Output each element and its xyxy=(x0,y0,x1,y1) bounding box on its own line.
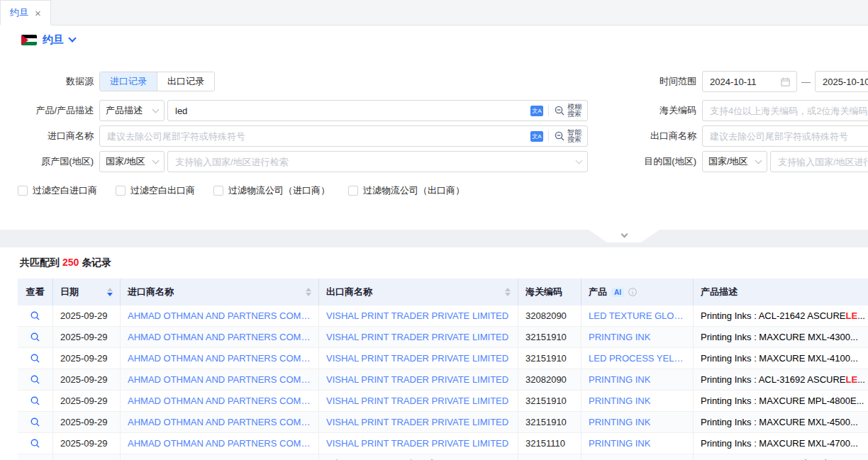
row-description: Printing Inks : MAXCURE MXL-4700... xyxy=(694,433,868,454)
product-search-field[interactable]: 文A 模糊搜索 xyxy=(167,100,588,121)
sort-icon[interactable] xyxy=(499,288,511,296)
origin-country-select[interactable]: 国家/地区 xyxy=(99,151,165,172)
collapse-form-button[interactable] xyxy=(589,230,660,242)
chevron-down-icon[interactable] xyxy=(68,34,76,42)
origin-country-field[interactable] xyxy=(167,151,588,172)
row-hs-code: 32151910 xyxy=(518,391,582,411)
view-record-button[interactable] xyxy=(30,332,40,342)
exporter-link[interactable]: VISHAL PRINT TRADER PRIVATE LIMITED xyxy=(326,396,508,406)
view-record-button[interactable] xyxy=(30,353,40,364)
col-product: 产品 AI xyxy=(582,279,694,305)
importer-link[interactable]: AHMAD OTHMAN AND PARTNERS COMPA... xyxy=(128,353,311,364)
destination-country-select[interactable]: 国家/地区 xyxy=(702,151,767,172)
importer-link[interactable]: AHMAD OTHMAN AND PARTNERS COMPA... xyxy=(128,396,311,406)
importer-link[interactable]: AHMAD OTHMAN AND PARTNERS COMPA... xyxy=(128,332,311,342)
tab-jordan[interactable]: 约旦 × xyxy=(0,0,51,26)
col-view: 查看 xyxy=(18,279,53,305)
hs-code-input[interactable] xyxy=(703,101,868,120)
product-link[interactable]: PRINTING INK xyxy=(589,438,650,449)
product-link[interactable]: PRINTING INK xyxy=(589,417,650,427)
tab-bar: 约旦 × xyxy=(0,0,868,26)
row-description: Printing Inks : MAXCURE MPL-4800E... xyxy=(694,391,868,411)
hs-code-field[interactable] xyxy=(702,100,868,121)
row-date: 2025-09-29 xyxy=(53,369,121,390)
date-start-field[interactable] xyxy=(702,71,797,92)
table-row: 2025-09-29 AHMAD OTHMAN AND PARTNERS COM… xyxy=(18,433,868,454)
checkbox-icon[interactable] xyxy=(213,186,223,196)
info-icon[interactable] xyxy=(628,287,638,297)
product-field-select[interactable]: 产品描述 xyxy=(99,100,165,121)
ai-badge: AI xyxy=(611,288,624,297)
destination-country-input[interactable] xyxy=(771,152,868,172)
destination-country-field[interactable] xyxy=(770,151,868,172)
row-hs-code: 32082090 xyxy=(518,305,582,326)
table-row: 2025-09-29 AHMAD OTHMAN AND PARTNERS COM… xyxy=(18,369,868,391)
table-row: 2025-09-29 AHMAD OTHMAN AND PARTNERS COM… xyxy=(18,391,868,412)
importer-input[interactable] xyxy=(100,126,530,146)
exporter-link[interactable]: VISHAL PRINT TRADER PRIVATE LIMITED xyxy=(326,332,508,342)
importer-link[interactable]: AHMAD OTHMAN AND PARTNERS COMPA... xyxy=(128,374,311,385)
date-end-field[interactable] xyxy=(815,71,868,92)
translate-icon[interactable]: 文A xyxy=(530,131,543,142)
importer-link[interactable]: AHMAD OTHMAN AND PARTNERS COMPA... xyxy=(128,438,311,449)
view-record-button[interactable] xyxy=(30,438,40,449)
date-separator: — xyxy=(801,77,811,87)
view-record-button[interactable] xyxy=(30,374,40,385)
export-records-button[interactable]: 出口记录 xyxy=(157,72,214,91)
product-search-input[interactable] xyxy=(168,101,530,120)
smart-search-button[interactable]: 智能搜索 xyxy=(554,129,582,143)
view-record-button[interactable] xyxy=(30,417,40,427)
product-link[interactable]: PRINTING INK xyxy=(589,396,650,406)
divider xyxy=(548,105,549,116)
row-hs-code: 32151910 xyxy=(518,327,582,347)
sort-icon[interactable] xyxy=(101,288,113,296)
importer-label: 进口商名称 xyxy=(0,130,99,142)
product-link[interactable]: PRINTING INK xyxy=(589,374,650,385)
sort-icon[interactable] xyxy=(300,288,311,296)
product-link[interactable]: LED TEXTURE GLOSS ... xyxy=(589,310,686,321)
hs-code-label: 海关编码 xyxy=(641,104,702,117)
chevron-down-icon xyxy=(621,231,628,238)
table-body: 2025-09-29 AHMAD OTHMAN AND PARTNERS COM… xyxy=(18,305,868,460)
date-end-input[interactable] xyxy=(816,72,868,91)
import-records-button[interactable]: 进口记录 xyxy=(100,72,157,91)
exporter-link[interactable]: VISHAL PRINT TRADER PRIVATE LIMITED xyxy=(326,353,508,364)
product-link[interactable]: LED PROCESS YELLOW... xyxy=(589,353,686,364)
translate-icon[interactable]: 文A xyxy=(530,106,543,116)
tab-title: 约旦 xyxy=(10,6,28,19)
filter-logistics-importer[interactable]: 过滤物流公司（进口商） xyxy=(213,184,330,197)
importer-link[interactable]: AHMAD OTHMAN AND PARTNERS COMPA... xyxy=(128,417,311,427)
exporter-field[interactable] xyxy=(702,125,868,147)
table-row: 2025-09-13 SAMSUNG ELECTRONICS CO LTD CÔ… xyxy=(18,454,868,460)
checkbox-icon[interactable] xyxy=(348,186,358,196)
chevron-down-icon xyxy=(152,106,160,113)
exporter-link[interactable]: VISHAL PRINT TRADER PRIVATE LIMITED xyxy=(326,374,508,385)
results-panel: 共匹配到250条记录 查看 日期 进口商名称 出口商名称 海关编码 产品 AI xyxy=(0,247,868,460)
view-record-button[interactable] xyxy=(30,396,40,406)
exporter-link[interactable]: VISHAL PRINT TRADER PRIVATE LIMITED xyxy=(326,310,508,321)
exporter-input[interactable] xyxy=(703,126,868,146)
date-start-input[interactable] xyxy=(703,72,780,91)
calendar-icon[interactable] xyxy=(780,77,791,87)
importer-link[interactable]: AHMAD OTHMAN AND PARTNERS COMPA... xyxy=(128,310,311,321)
exporter-link[interactable]: VISHAL PRINT TRADER PRIVATE LIMITED xyxy=(326,438,508,449)
close-icon[interactable]: × xyxy=(35,8,41,18)
filter-logistics-exporter[interactable]: 过滤物流公司（出口商） xyxy=(348,184,464,197)
row-hs-code: 32151110 xyxy=(518,433,582,454)
importer-field[interactable]: 文A 智能搜索 xyxy=(99,125,588,147)
exporter-link[interactable]: VISHAL PRINT TRADER PRIVATE LIMITED xyxy=(326,417,508,427)
jordan-flag-icon xyxy=(21,35,37,45)
product-label: 产品/产品描述 xyxy=(0,104,99,117)
checkbox-icon[interactable] xyxy=(18,186,28,196)
row-hs-code: 32151910 xyxy=(518,412,582,432)
product-link[interactable]: PRINTING INK xyxy=(589,332,650,342)
fuzzy-search-button[interactable]: 模糊搜索 xyxy=(554,103,582,118)
filter-blank-importer[interactable]: 过滤空白进口商 xyxy=(18,184,97,197)
view-record-button[interactable] xyxy=(30,310,40,321)
origin-country-input[interactable] xyxy=(168,152,577,172)
checkbox-icon[interactable] xyxy=(116,186,126,196)
filter-blank-exporter[interactable]: 过滤空白出口商 xyxy=(116,184,195,197)
row-description: Printing Inks : MAXCURE MXL-4500... xyxy=(694,412,868,432)
chevron-down-icon xyxy=(576,157,583,164)
table-row: 2025-09-29 AHMAD OTHMAN AND PARTNERS COM… xyxy=(18,327,868,348)
